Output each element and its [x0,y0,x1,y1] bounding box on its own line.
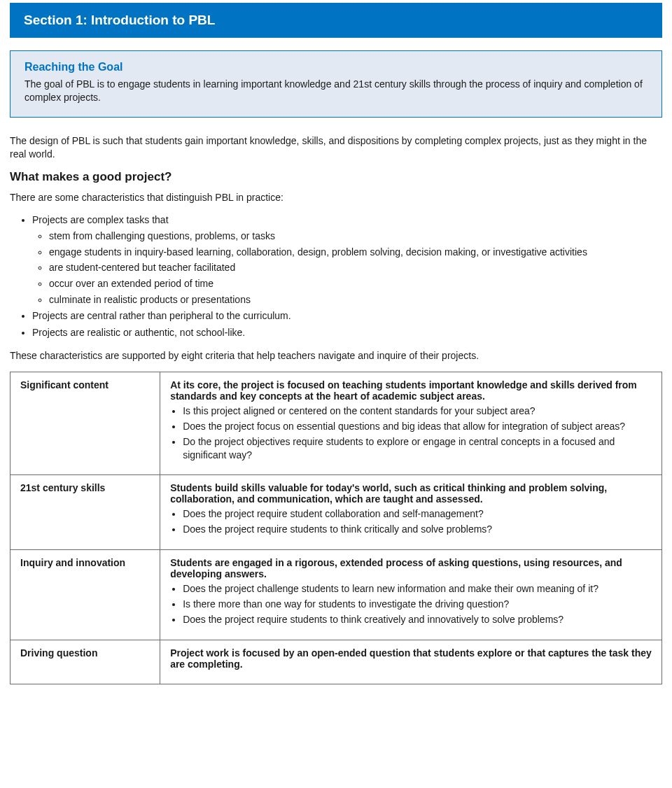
list-item: Does the project challenge students to l… [183,582,652,596]
good-project-heading: What makes a good project? [10,170,662,184]
rubric-criterion-name: Inquiry and innovation [10,550,160,640]
list-item: engage students in inquiry-based learnin… [49,246,662,260]
reaching-goal-callout: Reaching the Goal The goal of PBL is to … [10,50,662,118]
rubric-right-list: Does the project challenge students to l… [170,582,652,626]
good-project-postnote: These characteristics are supported by e… [10,349,662,363]
list-item-text: Projects are complex tasks that [32,214,169,225]
good-project-bullets: Projects are complex tasks that stem fro… [10,213,662,340]
list-item: stem from challenging questions, problem… [49,230,662,244]
table-row: Driving question Project work is focused… [10,640,662,684]
rubric-right-list: Is this project aligned or centered on t… [170,404,652,462]
table-row: Inquiry and innovation Students are enga… [10,550,662,640]
list-item: Does the project require students to thi… [183,613,652,626]
rubric-right-title: Students build skills valuable for today… [170,482,652,505]
rubric-left-title: Significant content [20,379,150,391]
list-item: culminate in realistic products or prese… [49,293,662,307]
rubric-left-title: Inquiry and innovation [20,557,150,568]
section-title-bar: Section 1: Introduction to PBL [10,3,662,38]
good-project-sublist: stem from challenging questions, problem… [32,230,662,307]
list-item: Is this project aligned or centered on t… [183,404,652,418]
rubric-table: Significant content At its core, the pro… [10,372,662,684]
intro-paragraph: The design of PBL is such that students … [10,134,662,162]
list-item: Is there more than one way for students … [183,598,652,611]
good-project-intro: There are some characteristics that dist… [10,191,662,205]
rubric-right-list: Does the project require student collabo… [170,507,652,536]
rubric-criterion-detail: Students are engaged in a rigorous, exte… [160,550,662,640]
list-item: Do the project objectives require studen… [183,435,652,462]
rubric-criterion-detail: Students build skills valuable for today… [160,475,662,550]
rubric-right-title: Students are engaged in a rigorous, exte… [170,557,652,579]
table-row: Significant content At its core, the pro… [10,372,662,475]
reaching-goal-heading: Reaching the Goal [24,61,648,73]
rubric-criterion-detail: Project work is focused by an open-ended… [160,640,662,684]
list-item: are student-centered but teacher facilit… [49,261,662,275]
rubric-criterion-name: 21st century skills [10,475,160,550]
rubric-left-title: 21st century skills [20,482,150,493]
rubric-criterion-name: Driving question [10,640,160,684]
list-item: Does the project require students to thi… [183,523,652,536]
list-item: occur over an extended period of time [49,277,662,291]
rubric-left-title: Driving question [20,647,150,659]
list-item: Does the project focus on essential ques… [183,420,652,433]
table-row: 21st century skills Students build skill… [10,475,662,550]
rubric-criterion-name: Significant content [10,372,160,475]
rubric-criterion-detail: At its core, the project is focused on t… [160,372,662,475]
rubric-right-title: Project work is focused by an open-ended… [170,647,652,670]
rubric-right-title: At its core, the project is focused on t… [170,379,652,402]
list-item: Projects are realistic or authentic, not… [32,326,662,340]
list-item: Projects are central rather than periphe… [32,309,662,323]
list-item: Does the project require student collabo… [183,507,652,521]
reaching-goal-body: The goal of PBL is to engage students in… [24,78,648,104]
list-item: Projects are complex tasks that stem fro… [32,213,662,307]
